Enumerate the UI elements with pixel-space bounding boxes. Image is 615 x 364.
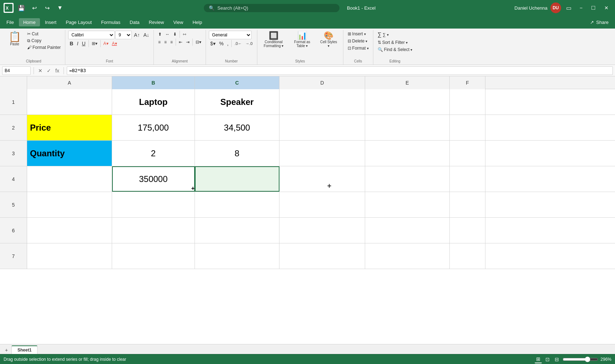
save-button[interactable]: 💾: [16, 3, 26, 13]
bold-button[interactable]: B: [68, 40, 75, 47]
cell-b3[interactable]: 2: [112, 141, 195, 166]
cell-reference-box[interactable]: B4: [2, 66, 31, 75]
wrap-text-button[interactable]: ⇿: [181, 31, 188, 37]
customize-qat-button[interactable]: ▼: [55, 3, 65, 13]
increase-font-button[interactable]: A↑: [132, 31, 141, 39]
align-top-button[interactable]: ⬆: [157, 31, 163, 37]
cell-b7[interactable]: [112, 243, 195, 269]
increase-decimal-button[interactable]: →.0: [244, 41, 254, 46]
paste-button[interactable]: 📋 Paste: [5, 31, 24, 47]
cell-f3[interactable]: [450, 141, 485, 166]
insert-cells-button[interactable]: ⊞ Insert ▾: [346, 31, 367, 37]
italic-button[interactable]: I: [75, 40, 80, 47]
zoom-slider[interactable]: [563, 357, 598, 362]
col-header-a[interactable]: A: [27, 76, 112, 89]
cancel-formula-button[interactable]: ✕: [37, 67, 44, 74]
decrease-font-button[interactable]: A↓: [142, 31, 151, 39]
menu-file[interactable]: File: [2, 18, 18, 26]
row-header-4[interactable]: 4: [0, 166, 27, 192]
ribbon-display-button[interactable]: ▭: [564, 3, 574, 13]
font-family-select[interactable]: Calibri: [68, 31, 115, 39]
cell-e3[interactable]: [365, 141, 450, 166]
cell-e1[interactable]: [365, 89, 450, 115]
minimize-button[interactable]: −: [577, 4, 585, 12]
page-break-view-button[interactable]: ⊟: [553, 356, 560, 363]
close-button[interactable]: ✕: [601, 4, 611, 12]
fill-color-button[interactable]: A▾: [102, 40, 110, 47]
cell-e7[interactable]: [365, 243, 450, 269]
col-header-f[interactable]: F: [450, 76, 485, 89]
col-header-e[interactable]: E: [365, 76, 450, 89]
cell-c3[interactable]: 8: [195, 141, 279, 166]
redo-button[interactable]: ↪: [42, 3, 52, 13]
menu-view[interactable]: View: [169, 18, 187, 26]
accounting-format-button[interactable]: $▾: [209, 40, 217, 47]
menu-page-layout[interactable]: Page Layout: [61, 18, 96, 26]
comma-button[interactable]: ,: [226, 40, 230, 47]
font-size-select[interactable]: 9 10 11 12: [115, 31, 132, 39]
page-layout-view-button[interactable]: ⊡: [544, 356, 551, 363]
row-header-7[interactable]: 7: [0, 243, 27, 269]
format-as-table-button[interactable]: 📊 Format as Table ▾: [289, 31, 315, 49]
indent-decrease-button[interactable]: ⇤: [177, 39, 184, 45]
align-left-button[interactable]: ≡: [157, 39, 162, 45]
cell-a1[interactable]: [27, 89, 112, 115]
format-painter-button[interactable]: 🖌 Format Painter: [26, 44, 62, 51]
cell-d3[interactable]: [279, 141, 365, 166]
delete-cells-button[interactable]: ⊟ Delete ▾: [346, 38, 369, 44]
cell-c6[interactable]: [195, 218, 279, 243]
borders-button[interactable]: ⊞▾: [90, 40, 99, 47]
cell-c5[interactable]: [195, 192, 279, 217]
confirm-formula-button[interactable]: ✓: [45, 67, 52, 74]
row-header-2[interactable]: 2: [0, 115, 27, 140]
cell-d4[interactable]: +: [279, 166, 365, 192]
add-sheet-button[interactable]: +: [2, 346, 11, 354]
formula-input[interactable]: =B2*B3: [67, 66, 613, 75]
share-button[interactable]: ↗ Share: [586, 18, 613, 26]
menu-formulas[interactable]: Formulas: [97, 18, 125, 26]
menu-insert[interactable]: Insert: [41, 18, 61, 26]
row-header-3[interactable]: 3: [0, 141, 27, 166]
align-right-button[interactable]: ≡: [169, 39, 174, 45]
cell-a6[interactable]: [27, 218, 112, 243]
cell-e6[interactable]: [365, 218, 450, 243]
cell-b2[interactable]: 175,000: [112, 115, 195, 140]
search-bar[interactable]: 🔍 Search (Alt+Q): [204, 4, 339, 12]
corner-cell[interactable]: [0, 76, 27, 89]
cell-styles-button[interactable]: 🎨 Cell Styles ▾: [317, 31, 340, 49]
cell-a4[interactable]: [27, 166, 112, 192]
cell-d2[interactable]: [279, 115, 365, 140]
cell-b1[interactable]: Laptop: [112, 89, 195, 115]
row-header-6[interactable]: 6: [0, 218, 27, 243]
cell-d5[interactable]: [279, 192, 365, 217]
menu-home[interactable]: Home: [19, 18, 40, 26]
merge-center-button[interactable]: ⊟▾: [194, 39, 203, 45]
col-header-b[interactable]: B: [112, 76, 195, 89]
cell-d7[interactable]: [279, 243, 365, 269]
align-center-button[interactable]: ≡: [163, 39, 168, 45]
cell-c4[interactable]: [195, 166, 279, 192]
menu-help[interactable]: Help: [188, 18, 206, 26]
cell-b5[interactable]: [112, 192, 195, 217]
cell-f6[interactable]: [450, 218, 485, 243]
number-format-select[interactable]: General Number Currency Accounting Short…: [209, 31, 252, 39]
autosum-button[interactable]: ∑ ∑ ▾: [376, 31, 390, 39]
conditional-formatting-button[interactable]: 🔲 Conditional Formatting ▾: [260, 31, 287, 49]
cell-f7[interactable]: [450, 243, 485, 269]
cell-c1[interactable]: Speaker: [195, 89, 279, 115]
cell-e5[interactable]: [365, 192, 450, 217]
cell-a7[interactable]: [27, 243, 112, 269]
decrease-decimal-button[interactable]: .0←: [233, 41, 243, 46]
sheet-tab-sheet1[interactable]: Sheet1: [11, 345, 37, 354]
user-avatar[interactable]: DU: [550, 2, 561, 13]
cell-a5[interactable]: [27, 192, 112, 217]
underline-button[interactable]: U: [80, 40, 87, 47]
align-bottom-button[interactable]: ⬇: [172, 31, 178, 37]
row-header-1[interactable]: 1: [0, 89, 27, 115]
cut-button[interactable]: ✂ Cut: [26, 31, 62, 37]
cell-d6[interactable]: [279, 218, 365, 243]
cell-e2[interactable]: [365, 115, 450, 140]
insert-function-button[interactable]: fx: [54, 67, 61, 74]
cell-f5[interactable]: [450, 192, 485, 217]
row-header-5[interactable]: 5: [0, 192, 27, 217]
